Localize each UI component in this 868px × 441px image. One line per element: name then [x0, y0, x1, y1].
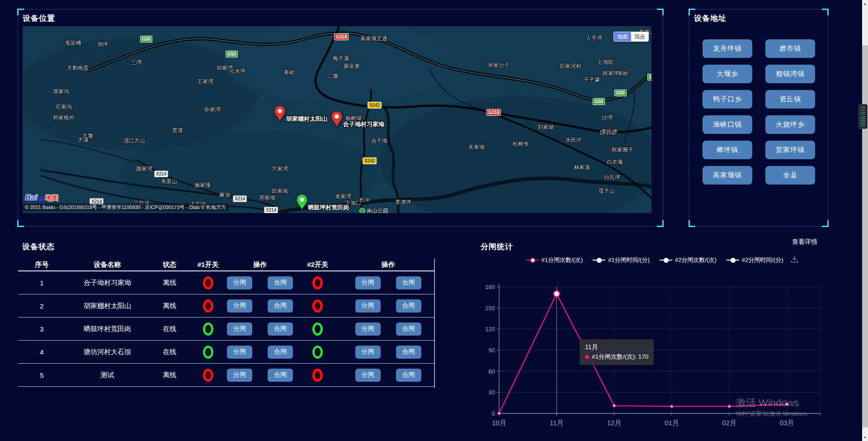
- baidu-map-canvas[interactable]: 笔架槽洞坪天鹅抱蛋三塆胡家湾沁水坪王家湾界岭梅子溪紫金寨二墩高家堰互通张家台子彭…: [23, 26, 651, 213]
- svg-text:11月: 11月: [550, 419, 564, 427]
- baidu-logo-text: Bai: [25, 193, 37, 202]
- address-button-5[interactable]: 鸭子口乡: [703, 90, 752, 109]
- address-button-8[interactable]: 火烧坪乡: [765, 115, 815, 134]
- open-switch2-button[interactable]: 分闸: [355, 322, 381, 336]
- map-place-label: 周家坳: [259, 194, 275, 202]
- map-place-label: 李氏坪: [601, 128, 618, 136]
- road-badge-g50: G50: [593, 98, 605, 105]
- open-switch1-button[interactable]: 分闸: [227, 369, 252, 382]
- map-marker-pin[interactable]: [296, 194, 308, 210]
- chart-tooltip: 11月 #1分闸次数/(次): 170: [580, 339, 654, 365]
- park-icon: [359, 208, 365, 213]
- legend-item[interactable]: #2分闸时间/(分): [726, 256, 783, 264]
- switch1-status-light: [203, 346, 213, 359]
- svg-text:120: 120: [485, 326, 495, 332]
- park-label: 南山公园: [367, 207, 388, 213]
- table-row: 1合子坳村习家坳离线分闸合闸分闸合闸: [18, 271, 435, 294]
- svg-text:12月: 12月: [607, 419, 622, 427]
- map-place-label: 长冲: [359, 196, 370, 204]
- map-place-label: 界岭: [284, 69, 295, 76]
- address-button-10[interactable]: 贺家坪镇: [765, 141, 815, 159]
- svg-text:01月: 01月: [665, 419, 679, 427]
- tooltip-text: #1分闸次数/(次): 170: [592, 352, 648, 362]
- open-switch1-button[interactable]: 分闸: [227, 346, 252, 359]
- open-switch1-button[interactable]: 分闸: [227, 276, 252, 289]
- open-switch2-button[interactable]: 分闸: [355, 276, 381, 289]
- row-index: 4: [40, 348, 43, 356]
- row-index: 3: [40, 325, 43, 333]
- close-switch1-button[interactable]: 合闸: [268, 346, 293, 359]
- device-location-panel: 设备位置: [18, 9, 663, 227]
- device-state: 在线: [163, 325, 176, 333]
- map-marker-pin[interactable]: [274, 105, 286, 122]
- address-button-1[interactable]: 龙舟坪镇: [703, 39, 752, 58]
- map-place-label: 朱栗山: [161, 178, 177, 185]
- close-switch2-button[interactable]: 合闸: [396, 299, 421, 313]
- svg-text:60: 60: [489, 368, 495, 375]
- map-place-label: 松树包: [513, 140, 529, 148]
- row-index: 1: [40, 279, 43, 287]
- map-place-label: 渡家沟: [53, 88, 69, 95]
- close-switch1-button[interactable]: 合闸: [268, 369, 293, 382]
- svg-text:0: 0: [492, 410, 495, 417]
- close-switch2-button[interactable]: 合闸: [396, 346, 421, 359]
- address-button-11[interactable]: 高家堰镇: [703, 166, 752, 185]
- map-place-label: 莲子山: [599, 187, 615, 195]
- close-switch1-button[interactable]: 合闸: [268, 299, 293, 313]
- open-switch2-button[interactable]: 分闸: [355, 299, 381, 313]
- close-switch1-button[interactable]: 合闸: [268, 322, 293, 336]
- scroll-up-arrow[interactable]: ▲: [862, 0, 868, 7]
- view-details-link[interactable]: 查看详情: [792, 238, 817, 246]
- address-button-4[interactable]: 都镇湾镇: [765, 65, 815, 83]
- map-marker-pin[interactable]: [331, 111, 343, 127]
- column-header: #1开关: [190, 259, 226, 270]
- address-button-3[interactable]: 大堰乡: [703, 65, 752, 83]
- map-place-label: 官家沟: [56, 103, 72, 111]
- close-switch2-button[interactable]: 合闸: [396, 276, 421, 289]
- scroll-indicator-widget: [859, 104, 868, 129]
- address-button-7[interactable]: 渔峡口镇: [703, 115, 752, 134]
- address-button-6[interactable]: 资丘镇: [765, 90, 815, 109]
- table-scrollbar[interactable]: [434, 259, 435, 388]
- device-table-body: 1合子坳村习家坳离线分闸合闸分闸合闸2胡家棚村太阳山离线分闸合闸分闸合闸3晒鼓坪…: [18, 271, 435, 387]
- open-switch2-button[interactable]: 分闸: [355, 369, 381, 382]
- switch2-status-light: [312, 346, 323, 359]
- map-type-map[interactable]: 地图: [614, 32, 631, 41]
- legend-marker-icon: [726, 258, 739, 263]
- address-button-9[interactable]: 榔坪镇: [703, 141, 752, 159]
- device-name: 胡家棚村太阳山: [84, 302, 131, 310]
- table-row: 4塘坊河村大石坝在线分闸合闸分闸合闸: [18, 341, 435, 364]
- close-switch2-button[interactable]: 合闸: [396, 369, 421, 382]
- activate-windows-watermark: 激活 Windows: [736, 396, 799, 410]
- page-scrollbar-thumb[interactable]: [862, 45, 868, 427]
- open-switch1-button[interactable]: 分闸: [227, 322, 252, 336]
- table-row: 5测试离线分闸合闸分闸合闸: [18, 364, 435, 387]
- legend-marker-icon: [593, 258, 605, 263]
- scroll-down-arrow[interactable]: ▼: [862, 434, 868, 441]
- map-place-label: 李潭坪: [395, 199, 411, 206]
- road-badge-s242: S242: [363, 157, 377, 164]
- map-type-hybrid[interactable]: 混合: [631, 32, 648, 41]
- road-badge-g50: G50: [614, 90, 627, 96]
- open-switch1-button[interactable]: 分闸: [227, 299, 252, 313]
- road-badge-g318: G318: [334, 33, 349, 40]
- dashboard: 设备位置: [0, 0, 868, 441]
- device-state: 离线: [163, 279, 176, 287]
- map-place-label: 水田冲: [565, 136, 581, 144]
- map-place-label: 白氏坪: [604, 174, 620, 181]
- road-badge-s242: S242: [368, 102, 382, 109]
- legend-item[interactable]: #1分闸时间/(分): [593, 256, 650, 264]
- close-switch2-button[interactable]: 合闸: [396, 322, 421, 336]
- map-place-label: 颜家湾: [136, 165, 152, 173]
- map-copyright: © 2021 Baidu - GS(2019)5218号 - 甲测资字11009…: [23, 204, 228, 211]
- svg-text:03月: 03月: [780, 419, 794, 427]
- close-switch1-button[interactable]: 合闸: [268, 276, 293, 289]
- map-place-label: 清江方山: [123, 137, 145, 145]
- address-button-2[interactable]: 磨市镇: [765, 39, 815, 58]
- legend-item[interactable]: #1分闸次数/(次): [526, 256, 583, 264]
- legend-item[interactable]: #2分闸次数/(次): [660, 256, 717, 264]
- address-button-12[interactable]: 全县: [765, 166, 815, 185]
- map-place-label: 梅子溪: [333, 55, 349, 62]
- open-switch2-button[interactable]: 分闸: [355, 346, 381, 359]
- panel-corner: [657, 9, 664, 15]
